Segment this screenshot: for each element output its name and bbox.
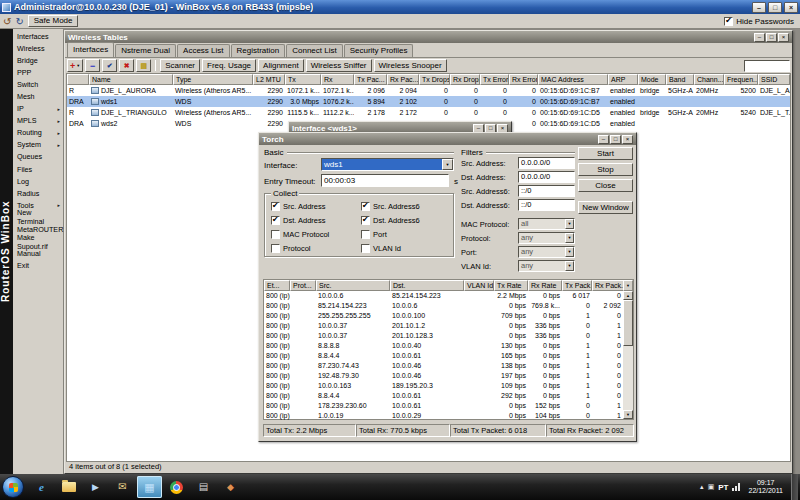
- collect-checkbox[interactable]: ✔ Dst. Address: [271, 216, 329, 225]
- column-header[interactable]: Rx Errors: [509, 74, 538, 85]
- action-button[interactable]: Stop: [578, 163, 633, 176]
- torch-titlebar[interactable]: Torch – □ ×: [259, 133, 636, 145]
- sidebar-item[interactable]: System ▸: [13, 139, 63, 151]
- taskbar-app[interactable]: e: [29, 476, 54, 498]
- filter-field[interactable]: ::/0 ▼: [518, 199, 575, 211]
- remove-icon[interactable]: − ▼: [85, 59, 100, 72]
- column-header[interactable]: Type: [173, 74, 253, 85]
- collect-checkbox[interactable]: ✔ Src. Address: [271, 202, 329, 211]
- column-header[interactable]: Tx: [285, 74, 321, 85]
- sidebar-item[interactable]: MPLS ▸: [13, 115, 63, 127]
- comment-icon[interactable]: ▤ ▼: [136, 59, 151, 72]
- minimize-button[interactable]: –: [752, 2, 766, 13]
- torch-row[interactable]: 800 (ip) 8.8.4.4 10.0.0.61 292 bps 0 bps…: [264, 391, 623, 401]
- collect-checkbox[interactable]: ✔ Port: [361, 230, 420, 239]
- add-icon[interactable]: + ▼: [67, 59, 83, 72]
- taskbar-app[interactable]: [164, 476, 189, 498]
- dropdown-arrow-icon[interactable]: ▼: [565, 247, 574, 257]
- torch-row[interactable]: 800 (ip) 178.239.230.60 10.0.0.61 0 bps …: [264, 401, 623, 411]
- scrollbar-track[interactable]: [623, 346, 633, 410]
- wireless-tables-titlebar[interactable]: Wireless Tables – □ ×: [65, 31, 792, 43]
- action-button[interactable]: Close: [578, 179, 633, 192]
- scrollbar-thumb[interactable]: [623, 300, 633, 346]
- taskbar-app[interactable]: ▤: [191, 476, 216, 498]
- taskbar-app[interactable]: ✉: [110, 476, 135, 498]
- action-button[interactable]: Start: [578, 147, 633, 160]
- enable-icon[interactable]: ✔ ▼: [102, 59, 117, 72]
- maximize-button[interactable]: □: [610, 135, 621, 144]
- minimize-button[interactable]: –: [598, 135, 609, 144]
- find-input[interactable]: [744, 60, 790, 72]
- start-button[interactable]: [2, 476, 24, 498]
- torch-row[interactable]: 800 (ip) 10.0.0.163 189.195.20.3 109 bps…: [264, 381, 623, 391]
- column-header[interactable]: Chann...: [694, 74, 724, 85]
- column-header[interactable]: L2 MTU: [253, 74, 285, 85]
- filter-field[interactable]: any ▼: [518, 232, 575, 244]
- column-header[interactable]: Tx Pack...: [562, 280, 592, 291]
- sidebar-item[interactable]: Wireless ▸: [13, 42, 63, 54]
- language-indicator[interactable]: PT: [718, 483, 728, 492]
- maximize-button[interactable]: □: [766, 33, 777, 42]
- collect-checkbox[interactable]: ✔ Protocol: [271, 244, 329, 253]
- torch-row[interactable]: 800 (ip) 8.8.8.8 10.0.0.40 130 bps 0 bps…: [264, 341, 623, 351]
- sidebar-item[interactable]: Routing ▸: [13, 127, 63, 139]
- sidebar-item[interactable]: Mesh ▸: [13, 90, 63, 102]
- tab[interactable]: Registration: [231, 44, 286, 57]
- sidebar-item[interactable]: New Terminal ▸: [13, 211, 63, 223]
- torch-row[interactable]: 800 (ip) 87.230.74.43 10.0.0.46 138 bps …: [264, 361, 623, 371]
- sidebar-item[interactable]: Files ▸: [13, 163, 63, 175]
- maximize-button[interactable]: □: [768, 2, 782, 13]
- sidebar-item[interactable]: Switch ▸: [13, 78, 63, 90]
- torch-row[interactable]: 800 (ip) 192.48.79.30 10.0.0.46 197 bps …: [264, 371, 623, 381]
- interface-combobox[interactable]: wds1 ▼: [321, 158, 454, 171]
- column-header[interactable]: SSID: [758, 74, 790, 85]
- tab[interactable]: Connect List: [286, 44, 342, 57]
- column-header[interactable]: Tx Pac...: [354, 74, 387, 85]
- column-header[interactable]: Band: [666, 74, 694, 85]
- sidebar-item[interactable]: PPP ▸: [13, 66, 63, 78]
- sidebar-item[interactable]: Make Supout.rif ▸: [13, 236, 63, 248]
- torch-row[interactable]: 800 (ip) 8.8.4.4 10.0.0.61 165 bps 0 bps…: [264, 351, 623, 361]
- toolbar-button[interactable]: Scanner: [160, 59, 200, 72]
- filter-field[interactable]: any ▼: [518, 246, 575, 258]
- column-header[interactable]: Frequen...: [724, 74, 758, 85]
- table-row[interactable]: R DJE_L_AURORA Wireless (Atheros AR5... …: [67, 85, 790, 96]
- vertical-scrollbar[interactable]: ▲ ▼: [623, 291, 633, 419]
- action-button[interactable]: New Window: [578, 201, 633, 214]
- tab[interactable]: Security Profiles: [344, 44, 414, 57]
- table-row[interactable]: DRA wds1 WDS 2290 3.0 Mbps 1076.2 k... 5…: [67, 96, 790, 107]
- scroll-down-icon[interactable]: ▼: [623, 410, 633, 419]
- taskbar-app[interactable]: ◆: [218, 476, 243, 498]
- column-header[interactable]: MAC Address: [538, 74, 608, 85]
- tab[interactable]: Access List: [177, 44, 229, 57]
- filter-field[interactable]: ::/0 ▼: [518, 185, 575, 197]
- show-desktop-button[interactable]: [791, 474, 798, 500]
- column-config-icon[interactable]: ▼: [623, 280, 633, 291]
- column-header[interactable]: Prot...: [290, 280, 316, 291]
- toolbar-button[interactable]: Alignment: [258, 59, 304, 72]
- close-button[interactable]: ×: [778, 33, 789, 42]
- column-header[interactable]: Rx Rate: [528, 280, 562, 291]
- close-button[interactable]: ×: [622, 135, 633, 144]
- dropdown-arrow-icon[interactable]: ▼: [565, 219, 574, 229]
- column-header[interactable]: VLAN Id: [464, 280, 494, 291]
- dropdown-arrow-icon[interactable]: ▼: [565, 233, 574, 243]
- dropdown-arrow-icon[interactable]: ▼: [442, 159, 453, 170]
- torch-row[interactable]: 800 (ip) 1.0.0.19 10.0.0.29 0 bps 104 bp…: [264, 411, 623, 421]
- tab[interactable]: Interfaces: [67, 42, 114, 57]
- minimize-button[interactable]: –: [754, 33, 765, 42]
- torch-row[interactable]: 800 (ip) 255.255.255.255 10.0.0.100 709 …: [264, 311, 623, 321]
- sidebar-item[interactable]: Queues ▸: [13, 151, 63, 163]
- column-header[interactable]: Rx Drops: [450, 74, 480, 85]
- collect-checkbox[interactable]: ✔ MAC Protocol: [271, 230, 329, 239]
- sidebar-item[interactable]: IP ▸: [13, 103, 63, 115]
- torch-row[interactable]: 800 (ip) 85.214.154.223 10.0.0.6 0 bps 7…: [264, 301, 623, 311]
- safe-mode-button[interactable]: Safe Mode: [28, 15, 79, 27]
- filter-field[interactable]: all ▼: [518, 218, 575, 230]
- torch-row[interactable]: 800 (ip) 10.0.0.37 201.10.128.3 0 bps 33…: [264, 331, 623, 341]
- column-header[interactable]: Name: [89, 74, 173, 85]
- taskbar-app[interactable]: [56, 476, 81, 498]
- toolbar-button[interactable]: Wireless Sniffer: [306, 59, 372, 72]
- clock[interactable]: 09:17 22/12/2011: [748, 479, 783, 495]
- dropdown-arrow-icon[interactable]: ▼: [565, 261, 574, 271]
